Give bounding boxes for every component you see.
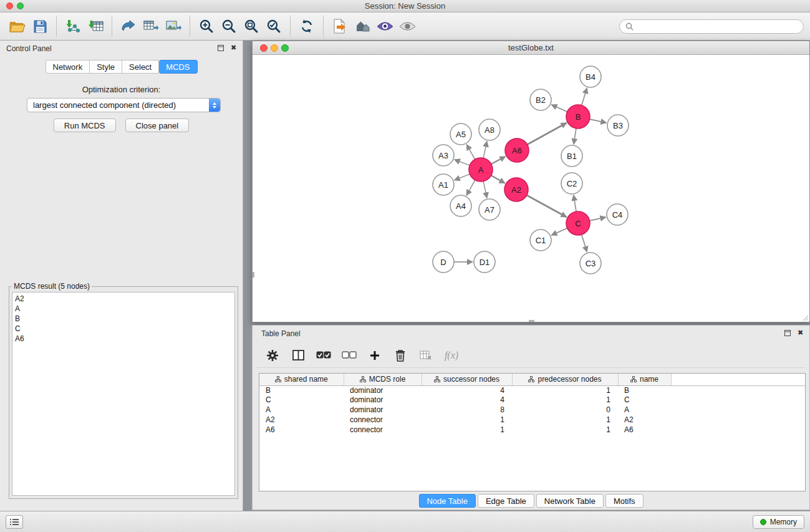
function-builder-button[interactable]: f(x) (444, 347, 459, 364)
mcds-result-item[interactable]: A6 (15, 334, 232, 344)
table-cell[interactable]: 1 (512, 385, 618, 395)
open-session-button[interactable] (6, 14, 29, 38)
graph-node-A5[interactable]: A5 (450, 123, 471, 145)
column-header-predecessor-nodes[interactable]: predecessor nodes (512, 374, 618, 385)
graph-node-C4[interactable]: C4 (607, 204, 628, 225)
resize-grip[interactable] (802, 314, 809, 321)
table-cell[interactable]: A2 (259, 415, 344, 425)
graph-edge-A-A5[interactable] (466, 145, 475, 160)
column-header-shared-name[interactable]: shared name (259, 374, 344, 385)
graph-edge-B-B3[interactable] (590, 119, 607, 123)
table-cell[interactable]: 1 (512, 425, 618, 435)
zoom-in-button[interactable] (195, 14, 218, 38)
graph-node-B1[interactable]: B1 (561, 145, 582, 167)
table-cell[interactable]: C (259, 395, 344, 405)
table-cell[interactable]: C (618, 395, 671, 405)
zoom-selected-button[interactable] (263, 14, 285, 38)
graph-edge-A2-C[interactable] (527, 195, 567, 217)
graph-edge-A6-B[interactable] (528, 123, 567, 145)
network-window-titlebar[interactable]: testGlobe.txt (253, 41, 809, 55)
select-all-columns-button[interactable] (316, 347, 331, 364)
apply-layout-button[interactable] (296, 14, 318, 38)
zoom-out-button[interactable] (218, 14, 240, 38)
tab-mcds[interactable]: MCDS (159, 60, 197, 74)
window-close-button[interactable] (6, 2, 13, 9)
table-cell[interactable]: B (259, 385, 344, 395)
search-box[interactable] (619, 19, 804, 34)
table-cell[interactable]: 1 (512, 415, 618, 425)
add-column-button[interactable] (367, 347, 382, 364)
mcds-result-item[interactable]: A2 (15, 294, 232, 304)
export-network-button[interactable] (117, 14, 140, 38)
table-cell[interactable]: 4 (422, 385, 512, 395)
delete-columns-button[interactable] (393, 347, 408, 364)
mcds-result-item[interactable]: B (15, 314, 232, 324)
tab-style[interactable]: Style (90, 60, 122, 74)
network-window-zoom-button[interactable] (281, 44, 289, 52)
close-panel-button[interactable]: Close panel (125, 118, 190, 132)
table-cell[interactable]: A (618, 405, 671, 415)
graph-node-A4[interactable]: A4 (450, 195, 471, 216)
table-cell[interactable]: connector (344, 425, 422, 435)
window-zoom-button[interactable] (17, 2, 24, 9)
table-cell[interactable]: dominator (344, 395, 422, 405)
graph-edge-B-B2[interactable] (551, 105, 567, 112)
export-image-button[interactable] (162, 14, 185, 38)
graph-node-A1[interactable]: A1 (433, 174, 454, 195)
export-table-button[interactable] (140, 14, 162, 38)
memory-button[interactable]: Memory (753, 515, 804, 529)
graph-node-B3[interactable]: B3 (607, 115, 629, 136)
column-header-successor-nodes[interactable]: successor nodes (422, 374, 512, 385)
network-graph[interactable]: B4B2BB3A5A8A6A3B1AC2A1A2A4A7C4CC1DD1C3 (253, 55, 809, 322)
tab-motifs[interactable]: Motifs (605, 494, 644, 508)
graph-edge-C-C3[interactable] (582, 235, 587, 252)
close-table-panel-button[interactable]: ✖ (796, 329, 804, 337)
graph-node-C[interactable]: C (566, 211, 590, 235)
graph-edge-B-B4[interactable] (582, 88, 587, 105)
graph-edge-A-A7[interactable] (483, 181, 487, 198)
graphics-details-button[interactable] (374, 14, 396, 38)
tab-select[interactable]: Select (122, 60, 159, 74)
network-window-close-button[interactable] (260, 44, 268, 52)
tab-network[interactable]: Network (45, 60, 90, 74)
graph-edge-C-C1[interactable] (551, 228, 567, 235)
column-header-mcds-role[interactable]: MCDS role (344, 374, 422, 385)
graph-edge-A-A2[interactable] (491, 175, 505, 183)
float-panel-button[interactable] (216, 44, 224, 52)
table-cell[interactable]: 4 (422, 395, 512, 405)
mcds-result-item[interactable]: A (15, 304, 232, 314)
table-cell[interactable]: connector (344, 415, 422, 425)
table-cell[interactable]: A2 (618, 415, 671, 425)
criterion-select[interactable]: largest connected component (directed) (27, 98, 221, 112)
table-settings-button[interactable] (265, 347, 280, 364)
zoom-fit-button[interactable] (240, 14, 263, 38)
window-titlebar[interactable]: Session: New Session (0, 0, 810, 12)
table-cell[interactable]: dominator (344, 385, 422, 395)
table-cell[interactable]: A6 (259, 425, 344, 435)
graph-edge-A-A8[interactable] (483, 142, 487, 158)
graph-edge-A-A4[interactable] (466, 180, 475, 196)
graph-node-C1[interactable]: C1 (530, 230, 551, 251)
graph-node-A7[interactable]: A7 (479, 199, 500, 220)
graph-node-D1[interactable]: D1 (474, 251, 495, 273)
graph-node-D[interactable]: D (433, 251, 454, 273)
tab-edge-table[interactable]: Edge Table (478, 494, 534, 508)
graph-edge-B-B1[interactable] (574, 128, 576, 144)
graph-edge-A-A1[interactable] (455, 174, 470, 180)
table-cell[interactable]: 0 (512, 405, 618, 415)
table-cell[interactable]: A6 (618, 425, 671, 435)
mcds-result-item[interactable]: C (15, 324, 232, 334)
graph-node-B2[interactable]: B2 (530, 89, 551, 110)
delete-table-button[interactable] (418, 347, 433, 364)
graph-edge-C-C2[interactable] (574, 195, 576, 211)
table-cell[interactable]: 1 (422, 425, 512, 435)
search-input[interactable] (637, 22, 798, 31)
table-cell[interactable]: dominator (344, 405, 422, 415)
deselect-all-columns-button[interactable] (342, 347, 357, 364)
graph-edge-A-A6[interactable] (491, 157, 506, 164)
network-overview-button[interactable] (351, 14, 374, 38)
graph-node-A8[interactable]: A8 (479, 119, 500, 140)
tab-node-table[interactable]: Node Table (418, 494, 476, 508)
graph-node-B4[interactable]: B4 (580, 66, 601, 87)
graph-node-A3[interactable]: A3 (433, 145, 454, 166)
